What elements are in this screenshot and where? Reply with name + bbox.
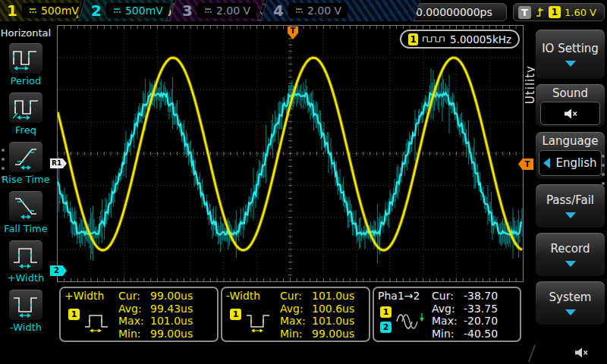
channel-4-scale-pill[interactable]: 2.00 V xyxy=(288,3,348,18)
system-button[interactable]: System xyxy=(535,281,605,325)
trigger-level-value: 1.60 V xyxy=(565,7,596,18)
measurement-name: Pha1→2 xyxy=(378,290,420,302)
left-menu-scroll-dots xyxy=(2,149,5,179)
language-select[interactable]: English xyxy=(539,150,602,176)
measurement-name: +Width xyxy=(64,290,104,302)
frequency-counter-badge: 1 5.00005kHz xyxy=(400,30,520,49)
period-button[interactable] xyxy=(8,42,43,74)
channel-1-badge: 1 xyxy=(380,306,392,318)
bottom-bar-divider xyxy=(528,344,536,362)
menu-item-label: Fall Time xyxy=(4,223,47,234)
stat-label: Max: xyxy=(118,315,150,327)
stat-label: Avg: xyxy=(280,303,312,315)
pass-fail-button[interactable]: Pass/Fail xyxy=(535,184,605,228)
channel-3-scale: 2.00 V xyxy=(216,5,250,17)
trigger-settings-badge[interactable]: T 1 1.60 V xyxy=(513,3,605,21)
menu-item-period[interactable]: Period xyxy=(0,42,52,86)
waveform-display[interactable] xyxy=(57,25,524,282)
sound-toggle[interactable] xyxy=(540,102,600,125)
speaker-muted-icon xyxy=(563,107,578,121)
menu-item-label: Freq xyxy=(15,124,36,136)
stat-label: Max: xyxy=(280,315,312,327)
dc-coupling-icon xyxy=(294,7,304,14)
channel-1-badge: 1 xyxy=(68,309,80,320)
chevron-down-icon xyxy=(565,309,576,315)
sound-label: Sound xyxy=(552,86,588,100)
io-setting-label: IO Setting xyxy=(542,42,599,55)
record-button[interactable]: Record xyxy=(535,232,605,277)
stat-value: 101.0us xyxy=(312,290,354,302)
square-wave-icon xyxy=(423,34,445,44)
stat-value: -33.75 xyxy=(464,303,498,315)
pwidth-button[interactable] xyxy=(8,240,43,271)
dc-coupling-icon xyxy=(28,7,37,14)
stat-label: Min: xyxy=(280,328,312,340)
freq-button[interactable] xyxy=(8,92,43,124)
trigger-source-badge: 1 xyxy=(549,6,561,18)
stat-label: Cur: xyxy=(432,290,464,302)
language-button[interactable]: Language English xyxy=(535,131,605,180)
channel-2-scale-pill[interactable]: 500mV xyxy=(106,3,169,18)
system-speaker-muted-icon xyxy=(574,346,589,359)
dc-coupling-icon xyxy=(112,7,121,14)
waveform-grid-and-traces xyxy=(58,26,523,281)
system-label: System xyxy=(549,290,592,304)
channel-2-number: 2 xyxy=(91,2,102,20)
menu-item-pwidth[interactable]: +Width xyxy=(0,240,52,284)
pwidth-measure-icon xyxy=(83,311,111,334)
freq-counter-channel-badge: 1 xyxy=(408,33,418,46)
stat-label: Min: xyxy=(432,328,464,340)
io-setting-button[interactable]: IO Setting xyxy=(535,29,605,80)
measurement-box-phase[interactable]: Pha1→2 1 2 Cur:-38.70 Avg:-33.75 Max:-20… xyxy=(373,287,521,342)
stat-value: 99.00us xyxy=(312,328,354,340)
channel-3-number: 3 xyxy=(182,2,193,20)
stat-value: 101.0us xyxy=(312,315,354,327)
measurement-name: -Width xyxy=(226,290,260,302)
stat-label: Min: xyxy=(118,328,150,340)
measurement-box-pwidth[interactable]: +Width 1 Cur:99.00us Avg:99.43us Max:101… xyxy=(59,287,219,342)
menu-item-freq[interactable]: Freq xyxy=(0,92,52,136)
trigger-key: T xyxy=(518,6,531,19)
channel-2-section[interactable]: 2 500mV xyxy=(77,0,173,21)
channel-4-number: 4 xyxy=(273,2,284,20)
channel-4-section[interactable]: 4 2.00 V xyxy=(259,0,420,21)
stat-value: -38.70 xyxy=(464,290,498,302)
left-menu-title: Horizontal xyxy=(0,27,52,39)
menu-item-rise-time[interactable]: Rise Time xyxy=(0,141,52,185)
dc-coupling-icon xyxy=(203,7,212,14)
measurement-stats: Cur:101.0us Avg:100.6us Max:101.0us Min:… xyxy=(280,288,369,340)
oscilloscope-screen: RIGOL T'D H 50.0us 500MSa/s 300k pts D 0… xyxy=(0,0,607,364)
measurement-stats: Cur:99.00us Avg:99.43us Max:101.0us Min:… xyxy=(118,288,217,340)
stat-label: Max: xyxy=(432,315,464,327)
delay-value: 0.00000000ps xyxy=(416,6,492,18)
menu-item-fall-time[interactable]: Fall Time xyxy=(0,190,52,234)
nwidth-icon xyxy=(11,292,40,318)
chevron-down-icon xyxy=(565,61,576,67)
chevron-left-icon xyxy=(543,158,550,168)
channel-1-number: 1 xyxy=(7,2,17,20)
stat-value: -40.50 xyxy=(464,328,498,340)
menu-item-nwidth[interactable]: -Width xyxy=(0,289,52,333)
stat-label: Cur: xyxy=(118,290,150,302)
sound-button[interactable]: Sound xyxy=(535,83,605,127)
rise-time-button[interactable] xyxy=(8,141,43,173)
language-label: Language xyxy=(542,134,598,148)
chevron-down-icon xyxy=(565,261,576,267)
channel-3-scale-pill[interactable]: 2.00 V xyxy=(197,3,256,18)
stat-value: 101.0us xyxy=(150,315,193,327)
stat-value: -20.70 xyxy=(464,315,498,327)
rise-time-icon xyxy=(11,144,40,170)
menu-item-label: Period xyxy=(11,75,42,86)
nwidth-button[interactable] xyxy=(8,289,43,321)
stat-label: Avg: xyxy=(118,303,150,315)
channel-4-scale: 2.00 V xyxy=(307,5,341,17)
channel-1-scale-pill[interactable]: 500mV xyxy=(22,3,83,18)
menu-item-label: -Width xyxy=(10,322,42,333)
frequency-value: 5.00005kHz xyxy=(450,33,511,46)
channel-1-section[interactable]: 1 500mV xyxy=(0,0,83,21)
fall-time-button[interactable] xyxy=(8,190,43,222)
stat-value: 99.43us xyxy=(150,303,193,315)
channel-3-section[interactable]: 3 2.00 V xyxy=(168,0,264,21)
measurement-box-nwidth[interactable]: -Width 1 Cur:101.0us Avg:100.6us Max:101… xyxy=(221,287,370,342)
chevron-down-icon xyxy=(565,212,576,218)
